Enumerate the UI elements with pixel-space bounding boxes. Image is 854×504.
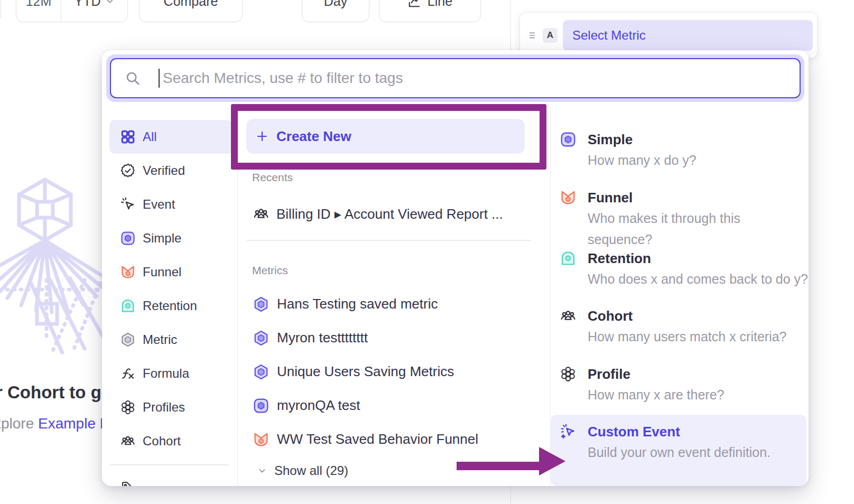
- metric-type-title: Simple: [588, 129, 697, 150]
- compare-button[interactable]: Compare: [139, 0, 243, 22]
- text-cursor: [159, 69, 160, 88]
- search-box: [110, 58, 801, 98]
- metric-purple-icon: [253, 363, 270, 380]
- cohort-icon: [120, 433, 136, 449]
- date-range-12m-button[interactable]: 12M: [16, 0, 61, 22]
- tag-icon: [120, 480, 136, 487]
- category-label: Cohort: [143, 434, 181, 449]
- metric-purple-icon: [253, 330, 270, 347]
- show-all-button[interactable]: Show all (29): [238, 456, 348, 485]
- empty-state-headline: r Cohort to ge: [0, 382, 111, 403]
- category-item-clipped[interactable]: [102, 471, 237, 487]
- metric-type-option[interactable]: Simple How many x do y?: [551, 129, 809, 188]
- category-item[interactable]: Formula: [102, 357, 237, 390]
- category-label: All: [143, 129, 157, 144]
- saved-metric-label: Hans Testing saved metric: [277, 296, 438, 312]
- category-label: Formula: [143, 366, 189, 381]
- saved-metric-label: Myron testttttttt: [277, 330, 368, 346]
- funnel-icon: [560, 189, 577, 206]
- formula-icon: [120, 366, 136, 381]
- recents-section-label: Recents: [252, 171, 293, 183]
- event-icon: [120, 197, 136, 212]
- saved-metric-item[interactable]: myronQA test: [238, 389, 550, 423]
- metric-type-option[interactable]: Retention Who does x and comes back to d…: [551, 248, 809, 306]
- metric-icon: [120, 332, 136, 348]
- profiles-icon: [120, 399, 136, 415]
- metric-type-description: Who does x and comes back to do y?: [588, 268, 808, 290]
- metric-type-option[interactable]: Funnel Who makes it through this sequenc…: [551, 188, 809, 248]
- simple-icon: [560, 131, 577, 148]
- metric-type-text: Custom Event Build your own event defini…: [588, 422, 771, 486]
- saved-metric-item[interactable]: WW Test Saved Behavior Funnel: [238, 423, 550, 456]
- category-label: Simple: [143, 231, 181, 246]
- saved-metric-item[interactable]: Hans Testing saved metric: [238, 287, 550, 321]
- saved-metric-label: Unique Users Saving Metrics: [277, 363, 454, 380]
- chevron-down-icon: [257, 466, 267, 475]
- create-new-button[interactable]: Create New: [246, 119, 525, 154]
- decorative-wireframe-graphic: [0, 174, 103, 354]
- category-label: Retention: [143, 298, 197, 313]
- metric-type-description: How many x are there?: [588, 384, 724, 405]
- search-input[interactable]: [162, 69, 800, 87]
- metric-type-option[interactable]: Custom Event Build your own event defini…: [551, 415, 806, 486]
- metric-type-text: Funnel Who makes it through this sequenc…: [588, 188, 809, 248]
- metric-list-column: Create New Recents Billing ID ▸ Account …: [238, 106, 551, 486]
- category-item[interactable]: All: [109, 120, 233, 154]
- custom-event-icon: [560, 423, 577, 440]
- metric-type-title: Profile: [588, 364, 724, 384]
- picker-body: All Verified Event Simple: [102, 106, 809, 486]
- category-item[interactable]: Verified: [102, 154, 237, 188]
- metric-type-text: Retention Who does x and comes back to d…: [588, 248, 808, 306]
- granularity-day-button[interactable]: Day: [302, 0, 369, 22]
- category-item[interactable]: Metric: [102, 323, 237, 357]
- metric-picker-panel: All Verified Event Simple: [102, 50, 809, 486]
- category-label: Verified: [143, 163, 185, 178]
- category-item[interactable]: Retention: [102, 289, 237, 323]
- explore-prefix: xplore: [0, 415, 38, 432]
- simple-icon: [120, 230, 136, 246]
- metric-type-option[interactable]: Profile How many x are there?: [551, 364, 809, 422]
- category-item[interactable]: Profiles: [102, 390, 237, 424]
- category-item[interactable]: Funnel: [102, 255, 237, 289]
- category-item[interactable]: Event: [102, 188, 237, 221]
- date-range-segmented-control: 12M YTD: [16, 0, 128, 22]
- category-label: Profiles: [143, 400, 185, 415]
- saved-metric-item[interactable]: Myron testttttttt: [238, 321, 550, 355]
- metric-type-description: How many x do y?: [588, 150, 697, 171]
- cohort-icon: [560, 307, 577, 324]
- recent-item[interactable]: Billing ID ▸ Account Viewed Report ...: [253, 203, 550, 225]
- sidebar-divider: [110, 464, 229, 465]
- clipped-toolbar-button[interactable]: [0, 0, 1, 22]
- saved-metric-label: myronQA test: [277, 397, 360, 414]
- metric-type-option[interactable]: Cohort How many users match x criteria?: [551, 306, 809, 364]
- example-link[interactable]: Example: [38, 415, 96, 432]
- chart-type-line-button[interactable]: Line: [379, 0, 481, 22]
- profiles-icon: [560, 366, 577, 382]
- date-range-ytd-button[interactable]: YTD: [61, 0, 127, 22]
- metric-type-description: Who makes it through this sequence?: [588, 208, 809, 250]
- recent-item-label: Billing ID ▸ Account Viewed Report ...: [276, 206, 503, 222]
- all-icon: [120, 129, 136, 145]
- select-metric-label: Select Metric: [572, 28, 646, 43]
- line-chart-icon: [407, 0, 421, 8]
- search-focus-halo: [106, 54, 804, 102]
- category-item[interactable]: Simple: [102, 221, 237, 255]
- series-badge: A: [543, 28, 558, 43]
- category-item[interactable]: Cohort: [102, 424, 237, 458]
- select-metric-button[interactable]: Select Metric: [563, 20, 813, 51]
- metric-purple-icon: [253, 296, 270, 313]
- category-label: Event: [143, 197, 175, 212]
- search-icon: [125, 70, 141, 86]
- plus-icon: [256, 130, 268, 143]
- funnel-icon: [120, 264, 136, 280]
- category-sidebar: All Verified Event Simple: [102, 106, 238, 486]
- category-label: Metric: [143, 332, 177, 347]
- cohort-icon: [253, 206, 270, 222]
- metric-type-description: How many users match x criteria?: [588, 326, 787, 347]
- metric-type-text: Cohort How many users match x criteria?: [588, 306, 787, 364]
- saved-metric-item[interactable]: Unique Users Saving Metrics: [238, 355, 550, 389]
- saved-metric-label: WW Test Saved Behavior Funnel: [277, 431, 478, 447]
- metric-type-title: Funnel: [588, 188, 809, 208]
- drag-handle-icon[interactable]: [526, 30, 538, 41]
- metric-type-title: Retention: [588, 248, 808, 268]
